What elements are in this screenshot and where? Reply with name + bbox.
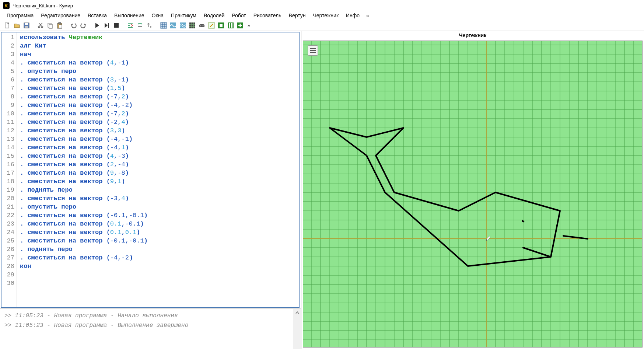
redo-button[interactable] — [79, 21, 88, 30]
code-line[interactable]: . опустить перо — [20, 203, 220, 211]
run-button[interactable] — [93, 21, 102, 30]
box-plus-button[interactable] — [236, 21, 245, 30]
svg-rect-9 — [59, 22, 61, 24]
save-file-button[interactable] — [22, 21, 31, 30]
canvas-svg — [303, 41, 642, 347]
scroll-up-button[interactable] — [293, 309, 301, 317]
code-line[interactable]: . сместиться на вектор (-2,4) — [20, 118, 220, 126]
code-line[interactable]: нач — [20, 50, 220, 59]
code-line[interactable]: . сместиться на вектор (9,1) — [20, 177, 220, 186]
box-green-button[interactable] — [217, 21, 225, 30]
svg-point-20 — [203, 25, 204, 26]
menu-водолей[interactable]: Водолей — [200, 12, 228, 19]
drawing-canvas[interactable] — [303, 41, 643, 348]
svg-rect-3 — [25, 26, 28, 28]
code-line[interactable]: кон — [20, 262, 220, 271]
step-over-button[interactable] — [136, 21, 144, 30]
code-editor[interactable]: 1234567891011121314151617181920212223242… — [1, 32, 300, 308]
toolbar-more[interactable]: » — [245, 21, 252, 30]
svg-rect-14 — [161, 22, 167, 28]
code-line[interactable]: . сместиться на вектор (4,-1) — [20, 59, 220, 67]
console-scrollbar[interactable] — [293, 309, 301, 349]
step-into-button[interactable] — [126, 21, 135, 30]
toolbar: » — [0, 20, 644, 31]
code-line[interactable]: . сместиться на вектор (-4,-1) — [20, 135, 220, 143]
svg-rect-26 — [231, 23, 232, 28]
main-area: 1234567891011121314151617181920212223242… — [0, 31, 644, 349]
grid-dark-button[interactable] — [188, 21, 197, 30]
console-line: >> 11:05:23 - Новая программа - Начало в… — [4, 313, 288, 319]
canvas-menu-button[interactable] — [308, 45, 318, 56]
code-line[interactable] — [20, 271, 220, 279]
code-line[interactable]: . сместиться на вектор (0.1,0.1) — [20, 228, 220, 237]
console-output[interactable]: >> 11:05:23 - Новая программа - Начало в… — [0, 309, 293, 349]
undo-button[interactable] — [69, 21, 78, 30]
code-line[interactable]: . сместиться на вектор (-0.1,-0.1) — [20, 237, 220, 245]
code-margin — [223, 32, 299, 307]
code-area[interactable]: использовать Чертежникалг Китнач. смести… — [17, 32, 223, 307]
copy-button[interactable] — [46, 21, 55, 30]
paste-button[interactable] — [55, 21, 64, 30]
menu-more[interactable]: » — [363, 12, 372, 19]
code-line[interactable]: . сместиться на вектор (-4,1) — [20, 143, 220, 152]
step-out-button[interactable] — [145, 21, 154, 30]
svg-point-13 — [150, 26, 151, 28]
code-line[interactable]: . сместиться на вектор (-4,-2) — [20, 101, 220, 109]
code-line[interactable]: . сместиться на вектор (-7,2) — [20, 93, 220, 101]
stop-button[interactable] — [112, 21, 121, 30]
svg-rect-25 — [229, 23, 230, 28]
app-icon: K — [3, 2, 10, 9]
svg-rect-2 — [25, 23, 28, 25]
menu-bar: ПрограммаРедактированиеВставкаВыполнение… — [0, 11, 644, 20]
code-line[interactable]: . сместиться на вектор (1,5) — [20, 84, 220, 93]
cut-button[interactable] — [36, 21, 45, 30]
open-file-button[interactable] — [13, 21, 21, 30]
code-line[interactable]: . сместиться на вектор (-0.1,-0.1) — [20, 211, 220, 220]
svg-rect-10 — [59, 25, 62, 28]
code-line[interactable]: использовать Чертежник — [20, 33, 220, 42]
code-line[interactable]: . сместиться на вектор (9,-8) — [20, 169, 220, 177]
edit-tool-button[interactable] — [207, 21, 216, 30]
title-bar: K Чертежник_Kit.kum - Кумир — [0, 0, 644, 11]
code-line[interactable]: . сместиться на вектор (3,-1) — [20, 76, 220, 84]
code-line[interactable]: . сместиться на вектор (4,-3) — [20, 152, 220, 160]
run-step-button[interactable] — [102, 21, 111, 30]
wave-2-button[interactable] — [178, 21, 187, 30]
menu-инфо[interactable]: Инфо — [342, 12, 363, 19]
code-line[interactable]: . сместиться на вектор (2,-4) — [20, 160, 220, 169]
wave-1-button[interactable] — [169, 21, 178, 30]
menu-программа[interactable]: Программа — [3, 12, 37, 19]
svg-point-19 — [200, 25, 202, 26]
code-line[interactable]: . поднять перо — [20, 245, 220, 254]
code-line[interactable]: . сместиться на вектор (-4,-2) — [20, 254, 220, 262]
menu-чертежник[interactable]: Чертежник — [309, 12, 342, 19]
svg-rect-7 — [49, 24, 52, 28]
menu-вертун[interactable]: Вертун — [285, 12, 309, 19]
canvas-title: Чертежник — [301, 31, 644, 40]
menu-робот[interactable]: Робот — [228, 12, 249, 19]
svg-rect-24 — [228, 22, 234, 28]
menu-практикум[interactable]: Практикум — [167, 12, 200, 19]
code-line[interactable]: . опустить перо — [20, 67, 220, 76]
menu-вставка[interactable]: Вставка — [84, 12, 111, 19]
grid-blue-button[interactable] — [159, 21, 168, 30]
code-line[interactable]: . сместиться на вектор (-3,4) — [20, 194, 220, 203]
console-panel: >> 11:05:23 - Новая программа - Начало в… — [0, 308, 301, 349]
code-line[interactable]: . поднять перо — [20, 186, 220, 194]
svg-rect-17 — [189, 22, 195, 28]
right-pane: Чертежник — [301, 31, 644, 349]
menu-редактирование[interactable]: Редактирование — [37, 12, 84, 19]
box-col-button[interactable] — [226, 21, 235, 30]
window-title: Чертежник_Kit.kum - Кумир — [13, 3, 73, 8]
code-line[interactable]: . сместиться на вектор (-7,2) — [20, 109, 220, 118]
gamepad-button[interactable] — [197, 21, 206, 30]
menu-окна[interactable]: Окна — [148, 12, 168, 19]
code-line[interactable]: . сместиться на вектор (3,3) — [20, 126, 220, 135]
menu-рисователь[interactable]: Рисователь — [250, 12, 285, 19]
code-line[interactable]: алг Кит — [20, 42, 220, 50]
menu-выполнение[interactable]: Выполнение — [111, 12, 148, 19]
code-line[interactable]: . сместиться на вектор (0.1,-0.1) — [20, 220, 220, 228]
svg-rect-23 — [220, 24, 223, 27]
code-line[interactable] — [20, 279, 220, 287]
new-file-button[interactable] — [3, 21, 12, 30]
